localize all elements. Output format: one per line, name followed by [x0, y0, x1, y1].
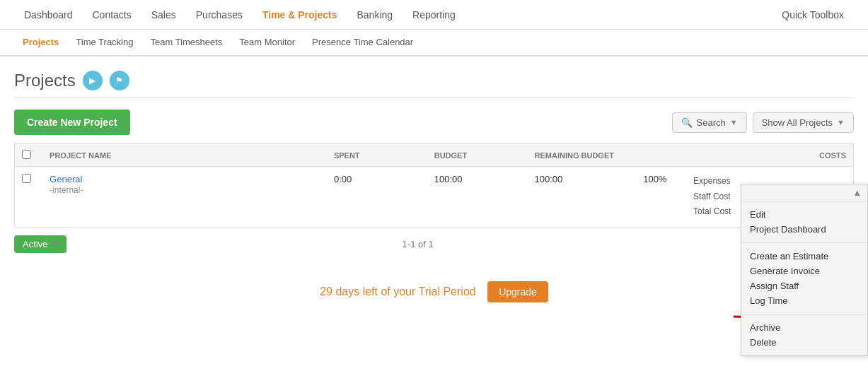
show-all-projects-button[interactable]: Show All Projects ▼	[753, 112, 854, 133]
row-project-name-cell: General -internal-	[42, 167, 327, 228]
col-checkbox	[15, 144, 43, 167]
row-checkbox[interactable]	[22, 174, 31, 183]
project-sub-label: -internal-	[50, 185, 83, 195]
col-costs: Costs	[686, 144, 853, 167]
context-menu-edit[interactable]: Edit	[750, 207, 859, 222]
context-menu-log-time[interactable]: Log Time	[750, 293, 859, 308]
context-menu-section-3: Archive Delete	[741, 314, 867, 355]
search-chevron-icon: ▼	[730, 118, 738, 126]
pagination-info: 1-1 of 1	[403, 239, 434, 249]
active-label: Active	[23, 239, 47, 249]
sub-navigation: Projects Time Tracking Team Timesheets T…	[0, 30, 868, 57]
nav-contacts[interactable]: Contacts	[83, 0, 141, 30]
col-budget: Budget	[427, 144, 528, 167]
context-menu-section-2: Create an Estimate Generate Invoice Assi…	[741, 243, 867, 314]
context-menu-header: ▲	[741, 184, 867, 201]
context-menu-assign-staff[interactable]: Assign Staff	[750, 278, 859, 293]
filter-label: Show All Projects	[762, 117, 833, 128]
table-header: Project Name Spent Budget Remaining Budg…	[15, 144, 854, 167]
context-menu-archive[interactable]: Archive	[750, 320, 859, 335]
page-title-row: Projects ▶ ⚑	[14, 71, 854, 90]
search-icon: 🔍	[681, 117, 693, 128]
nav-purchases[interactable]: Purchases	[186, 0, 253, 30]
nav-banking[interactable]: Banking	[347, 0, 403, 30]
nav-dashboard[interactable]: Dashboard	[14, 0, 83, 30]
context-menu-delete[interactable]: Delete	[750, 335, 859, 350]
filter-chevron-icon: ▼	[837, 118, 845, 126]
collapse-icon[interactable]: ▲	[852, 187, 862, 198]
col-remaining: Remaining Budget	[528, 144, 637, 167]
top-navigation: Dashboard Contacts Sales Purchases Time …	[0, 0, 868, 30]
trial-banner: 29 days left of your Trial Period Upgrad…	[14, 260, 854, 317]
nav-sales[interactable]: Sales	[141, 0, 186, 30]
search-label: Search	[697, 117, 726, 128]
subnav-projects[interactable]: Projects	[14, 29, 67, 56]
video-icon[interactable]: ▶	[83, 71, 103, 90]
nav-time-projects[interactable]: Time & Projects	[253, 0, 347, 30]
toolbar-right: 🔍 Search ▼ Show All Projects ▼	[672, 112, 854, 133]
arrow-container	[14, 317, 854, 359]
table-body: General -internal- 0:00 100:00 100:00 10…	[15, 167, 854, 228]
pagination-row: Active ▼ 1-1 of 1	[14, 228, 854, 260]
project-name-link[interactable]: General	[50, 174, 320, 184]
context-menu-generate-invoice[interactable]: Generate Invoice	[750, 264, 859, 278]
search-button[interactable]: 🔍 Search ▼	[672, 112, 747, 133]
flag-icon[interactable]: ⚑	[110, 71, 129, 90]
upgrade-button[interactable]: Upgrade	[487, 281, 548, 302]
context-menu-section-1: Edit Project Dashboard	[741, 201, 867, 243]
subnav-time-tracking[interactable]: Time Tracking	[67, 29, 141, 56]
toolbar-row: Create New Project 🔍 Search ▼ Show All P…	[14, 110, 854, 135]
active-filter-button[interactable]: Active ▼	[14, 235, 66, 253]
context-menu-project-dashboard[interactable]: Project Dashboard	[750, 222, 859, 237]
projects-table: Project Name Spent Budget Remaining Budg…	[14, 143, 854, 228]
context-menu: ▲ Edit Project Dashboard Create an Estim…	[741, 184, 868, 356]
create-new-project-button[interactable]: Create New Project	[14, 110, 130, 135]
col-project-name: Project Name	[42, 144, 327, 167]
col-spent: Spent	[327, 144, 427, 167]
row-remaining-cell: 100:00	[528, 167, 637, 228]
context-menu-create-estimate[interactable]: Create an Estimate	[750, 249, 859, 264]
subnav-team-timesheets[interactable]: Team Timesheets	[141, 29, 231, 56]
subnav-team-monitor[interactable]: Team Monitor	[231, 29, 303, 56]
col-pct	[636, 144, 686, 167]
subnav-presence-time-calendar[interactable]: Presence Time Calendar	[303, 29, 422, 56]
active-chevron-icon: ▼	[50, 240, 58, 248]
select-all-checkbox[interactable]	[22, 150, 31, 159]
table-row: General -internal- 0:00 100:00 100:00 10…	[15, 167, 854, 228]
row-pct-cell: 100%	[636, 167, 686, 228]
title-divider	[14, 98, 854, 98]
row-budget-cell: 100:00	[427, 167, 528, 228]
trial-message: 29 days left of your Trial Period	[320, 285, 476, 298]
page-content: Projects ▶ ⚑ Create New Project 🔍 Search…	[0, 57, 868, 359]
page-title: Projects	[14, 71, 76, 90]
row-spent-cell: 0:00	[327, 167, 427, 228]
nav-quick-toolbox[interactable]: Quick Toolbox	[772, 0, 854, 30]
row-checkbox-cell	[15, 167, 43, 228]
nav-reporting[interactable]: Reporting	[403, 0, 465, 30]
